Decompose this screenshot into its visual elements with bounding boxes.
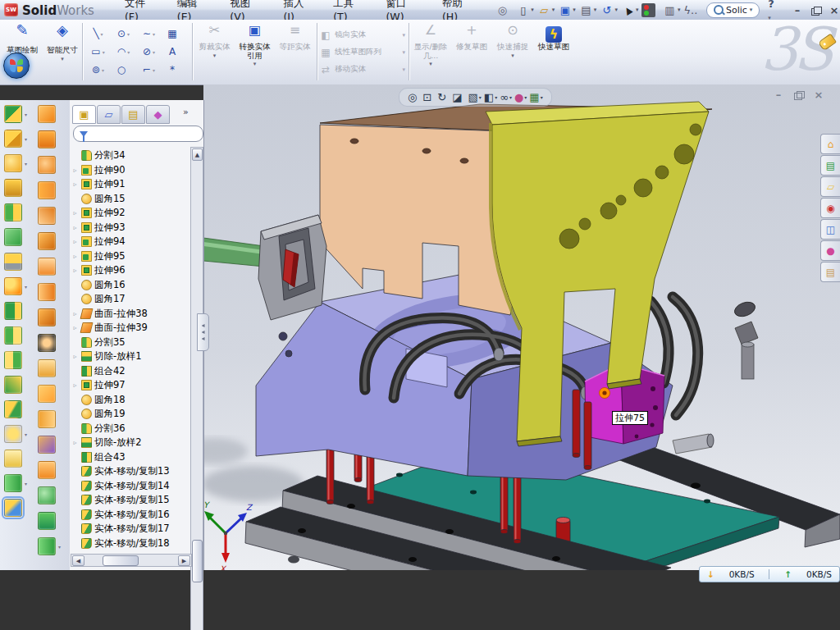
tree-item[interactable]: ▹ 圆角16 xyxy=(71,278,189,293)
tree-item[interactable]: ▹ 组合42 xyxy=(71,364,189,379)
dropdown-caret-icon[interactable]: ▾ xyxy=(25,431,27,437)
point-tool[interactable]: * ▾ xyxy=(162,61,187,79)
expand-arrow-icon[interactable]: ▹ xyxy=(71,267,79,274)
open-file-button[interactable]: ▱ ▾ xyxy=(537,3,555,17)
panel-flyout-button[interactable]: » xyxy=(183,107,189,117)
taskpane-custom-props-tab[interactable]: ▤ xyxy=(820,262,840,282)
swept-boss-icon[interactable]: ▾ xyxy=(4,179,22,197)
join-icon[interactable]: ▾ xyxy=(4,376,22,394)
dropdown-caret-icon[interactable]: ▾ xyxy=(412,60,450,69)
linear-pattern-icon[interactable]: ▾ xyxy=(4,277,22,295)
tree-item[interactable]: ▹ 拉伸95 xyxy=(71,249,189,264)
scene-icon[interactable]: ▦ ▾ xyxy=(529,91,542,103)
freeform-icon[interactable]: ▾ xyxy=(38,537,56,555)
dropdown-caret-icon[interactable]: ▾ xyxy=(127,49,130,55)
featuremanager-tab[interactable]: ▣ xyxy=(72,105,96,124)
dropdown-caret-icon[interactable]: ▾ xyxy=(594,7,597,13)
print-button[interactable]: ▤ ▾ xyxy=(579,3,597,17)
dimxpertmanager-tab[interactable]: ◆ xyxy=(146,105,170,124)
untrim-surface-icon[interactable]: ▾ xyxy=(38,461,56,479)
dropdown-caret-icon[interactable]: ▾ xyxy=(552,7,555,13)
instant3d-icon[interactable]: ▾ xyxy=(4,499,22,517)
dropdown-caret-icon[interactable]: ▾ xyxy=(103,49,105,55)
split-body-icon[interactable]: ▾ xyxy=(4,351,22,369)
sketch-pattern-tool[interactable]: ▦ ▾ xyxy=(162,25,187,43)
filled-surface-icon[interactable]: ▾ xyxy=(38,232,56,250)
taskpane-view-palette-tab[interactable]: ◫ xyxy=(820,219,840,240)
tree-vscrollbar[interactable]: ▲ ▼ xyxy=(190,147,203,630)
tree-item[interactable]: ▹ 实体-移动/复制14 xyxy=(71,479,189,494)
tree-item[interactable]: ▹ 曲面-拉伸38 xyxy=(71,307,189,322)
offset-entities-button[interactable]: ≡ 等距实体 ▾ xyxy=(276,26,314,69)
scroll-left-button[interactable]: ◀ xyxy=(72,555,84,566)
dropdown-caret-icon[interactable]: ▾ xyxy=(402,32,405,39)
select-button[interactable]: ▲ ▾ xyxy=(621,3,639,17)
taskpane-file-explorer-tab[interactable]: ▱ xyxy=(820,176,840,197)
tree-item[interactable]: ▹ 切除-放样1 xyxy=(71,349,189,364)
dropdown-caret-icon[interactable]: ▾ xyxy=(402,66,405,73)
circle-tool[interactable]: ⊙ ▾ xyxy=(111,25,136,43)
vscroll-thumb[interactable] xyxy=(192,540,203,582)
graphics-viewport[interactable]: X Y Z ◎ ▾ ⊡ ▾ ↻ ▾ ◪ ▾ xyxy=(203,84,840,570)
hscroll-thumb[interactable] xyxy=(103,555,139,566)
reference-plane-icon[interactable]: ▾ xyxy=(4,450,22,468)
start-button[interactable] xyxy=(3,52,30,79)
tree-item[interactable]: ▹ 分割35 xyxy=(71,336,189,350)
linear-sketch-pattern-button[interactable]: ▦ 线性草图阵列 ▾ xyxy=(320,43,405,61)
swept-surface-icon[interactable]: ▾ xyxy=(38,105,56,123)
search-caret-icon[interactable]: ▾ xyxy=(750,7,753,13)
ruled-surface-icon[interactable]: ▾ xyxy=(38,308,56,326)
dropdown-caret-icon[interactable]: ▾ xyxy=(541,94,543,100)
curve-icon[interactable]: ▾ xyxy=(4,474,22,492)
ellipse-tool[interactable]: ⊘ ▾ xyxy=(136,43,162,61)
dome-icon[interactable]: ▾ xyxy=(38,486,56,504)
dropdown-caret-icon[interactable]: ▾ xyxy=(531,7,534,13)
tree-item[interactable]: ▹ 实体-移动/复制16 xyxy=(71,508,189,523)
rapid-sketch-button[interactable]: ϟ 快速草图 ▾ xyxy=(535,26,573,69)
polygon-tool[interactable]: ○ ▾ xyxy=(111,61,136,79)
dropdown-caret-icon[interactable]: ▾ xyxy=(524,94,527,100)
tree-item[interactable]: ▹ 拉伸97 xyxy=(71,378,189,393)
hole-wizard-icon[interactable]: ▾ xyxy=(4,253,22,271)
rotate-view-icon[interactable]: ↻ ▾ xyxy=(437,91,450,103)
text-tool[interactable]: A ▾ xyxy=(162,43,187,61)
dropdown-caret-icon[interactable]: ▾ xyxy=(509,94,512,100)
view-orientation-icon[interactable]: ▧ ▾ xyxy=(468,91,482,103)
tree-item[interactable]: ▹ 圆角19 xyxy=(71,407,189,422)
close-button[interactable]: × xyxy=(829,4,840,16)
doc-close-button[interactable]: × xyxy=(813,89,824,101)
doc-restore-button[interactable] xyxy=(794,91,803,99)
replace-face-icon[interactable]: ▾ xyxy=(38,359,56,377)
mirror-entities-button[interactable]: ◧ 镜向实体 ▾ xyxy=(320,26,405,43)
expand-arrow-icon[interactable]: ▹ xyxy=(71,439,79,446)
dropdown-caret-icon[interactable]: ▾ xyxy=(25,284,27,290)
taskpane-design-library-tab[interactable]: ▤ xyxy=(820,155,840,176)
dropdown-caret-icon[interactable]: ▾ xyxy=(402,49,405,56)
trim-entities-button[interactable]: ✂ 剪裁实体 ▾ xyxy=(195,26,234,69)
rectangle-tool[interactable]: ▭ ▾ xyxy=(85,43,111,61)
expand-arrow-icon[interactable]: ▹ xyxy=(71,209,79,217)
hide-show-items-icon[interactable]: ∞ ▾ xyxy=(500,91,512,103)
dropdown-caret-icon[interactable]: ▾ xyxy=(494,52,532,61)
tree-item[interactable]: ▹ 实体-移动/复制15 xyxy=(71,493,189,508)
display-style-icon[interactable]: ◧ ▾ xyxy=(484,91,497,103)
tree-item[interactable]: ▹ 切除-放样2 xyxy=(71,436,189,450)
slot-tool[interactable]: ⊚ ▾ xyxy=(85,61,111,79)
quick-snaps-button[interactable]: ⊙ 快速捕捉 ▾ xyxy=(494,26,532,69)
boss-thin-icon[interactable]: ▾ xyxy=(4,203,22,221)
dropdown-caret-icon[interactable]: ▾ xyxy=(153,67,155,73)
dropdown-caret-icon[interactable]: ▾ xyxy=(479,94,482,100)
tree-item[interactable]: ▹ 拉伸90 xyxy=(71,163,189,178)
revolved-surface-icon[interactable]: ▾ xyxy=(38,130,56,148)
trim-surface-icon[interactable]: ▾ xyxy=(38,436,56,454)
dropdown-caret-icon[interactable]: ▾ xyxy=(25,161,27,167)
expand-arrow-icon[interactable]: ▹ xyxy=(71,310,79,317)
expand-arrow-icon[interactable]: ▹ xyxy=(71,167,79,174)
dropdown-caret-icon[interactable]: ▾ xyxy=(235,60,274,69)
model-canvas[interactable]: X Y Z xyxy=(203,84,840,570)
propertymanager-tab[interactable]: ▱ xyxy=(97,105,121,124)
pin-icon[interactable]: ◎ ▾ xyxy=(495,3,514,17)
convert-entities-button[interactable]: ▣ 转换实体引用 ▾ xyxy=(235,26,274,69)
knit-surface-icon[interactable]: ▾ xyxy=(38,385,56,403)
appearances-icon[interactable]: ● ▾ xyxy=(514,91,527,103)
